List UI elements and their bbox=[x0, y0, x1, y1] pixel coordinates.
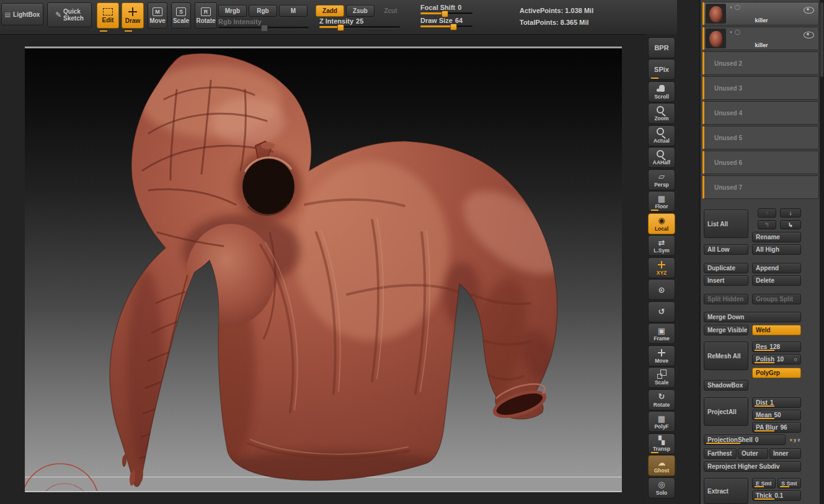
mrgb-button[interactable]: Mrgb bbox=[218, 5, 247, 17]
subtool-thumbnail bbox=[706, 29, 726, 48]
shelf-button[interactable]: Zoom bbox=[648, 103, 675, 124]
subtool-item[interactable]: ◐ ◯ Unused 5 bbox=[702, 126, 819, 149]
visibility-eye-icon[interactable] bbox=[804, 32, 814, 38]
mean-slider[interactable]: Mean50 bbox=[752, 410, 801, 420]
draw-size-slider[interactable]: Draw Size64 bbox=[420, 17, 472, 27]
m-button[interactable]: M bbox=[279, 5, 308, 17]
pa-blur-slider[interactable]: PA Blur96 bbox=[752, 422, 801, 433]
list-all-button[interactable]: List All bbox=[704, 210, 748, 238]
shelf-icon: ⊙ bbox=[655, 285, 668, 294]
all-low-button[interactable]: All Low bbox=[704, 244, 748, 255]
extract-button[interactable]: Extract bbox=[704, 478, 748, 504]
weld-button[interactable]: Weld bbox=[752, 325, 801, 335]
split-hidden-button[interactable]: Split Hidden bbox=[704, 294, 748, 304]
total-points-readout: TotalPoints: 8.365 Mil bbox=[520, 19, 589, 26]
shelf-button[interactable]: ↻ Rotate bbox=[648, 389, 675, 410]
inner-button[interactable]: Inner bbox=[769, 448, 801, 459]
polish-slider[interactable]: Polish10 ○ bbox=[752, 354, 801, 365]
shelf-icon bbox=[655, 128, 668, 138]
subtool-label: Unused 4 bbox=[714, 110, 742, 117]
polish-mode-icon[interactable]: ○ bbox=[794, 356, 797, 363]
projectall-button[interactable]: ProjectAll bbox=[704, 397, 748, 426]
subtool-item[interactable]: ◐ ◯ killer bbox=[702, 27, 819, 50]
shelf-button[interactable]: ▦ PolyF bbox=[648, 411, 675, 432]
shelf-button[interactable]: ⇄ L.Sym bbox=[648, 235, 675, 256]
groups-split-button[interactable]: Groups Split bbox=[752, 294, 801, 304]
shelf-button[interactable]: BPR bbox=[648, 37, 675, 58]
subtool-list: ◐ ◯ killer ◐ ◯ killer bbox=[702, 2, 819, 200]
uv-icon: ◯ bbox=[735, 4, 740, 10]
subtool-up-button[interactable]: ↑ bbox=[758, 208, 776, 218]
res-slider[interactable]: Res128 bbox=[752, 342, 801, 352]
duplicate-button[interactable]: Duplicate bbox=[704, 263, 748, 273]
edit-button[interactable]: Edit bbox=[97, 2, 119, 29]
visibility-eye-icon[interactable] bbox=[804, 7, 814, 14]
delete-button[interactable]: Delete bbox=[752, 275, 801, 286]
subtool-item[interactable]: ◐ ◯ Unused 3 bbox=[702, 76, 819, 100]
polygrp-button[interactable]: PolyGrp bbox=[752, 368, 801, 378]
shelf-button[interactable]: Move bbox=[648, 345, 675, 366]
z-intensity-slider[interactable]: Z Intensity25 bbox=[319, 17, 400, 28]
subtool-label: killer bbox=[755, 42, 768, 48]
shadowbox-button[interactable]: ShadowBox bbox=[704, 380, 748, 391]
panel-scrollbar[interactable] bbox=[820, 0, 824, 504]
reproject-higher-subdiv-button[interactable]: Reproject Higher Subdiv bbox=[704, 461, 801, 472]
shelf-button[interactable]: XYZ bbox=[648, 257, 675, 278]
shelf-button[interactable]: ☁ Ghost bbox=[648, 455, 675, 476]
append-button[interactable]: Append bbox=[752, 263, 801, 273]
draw-button[interactable]: Draw bbox=[122, 2, 144, 29]
subtool-item[interactable]: ◐ ◯ Unused 6 bbox=[702, 151, 819, 174]
polypaint-icon: ◐ bbox=[730, 4, 733, 10]
shelf-button[interactable]: SPix bbox=[648, 59, 675, 80]
remesh-all-button[interactable]: ReMesh All bbox=[704, 342, 748, 370]
focal-shift-slider[interactable]: Focal Shift0 bbox=[420, 4, 472, 14]
subtool-move-fwd-button[interactable]: ↳ bbox=[780, 220, 801, 229]
shelf-button[interactable]: ◉ Local bbox=[648, 213, 675, 234]
subtool-down-button[interactable]: ↓ bbox=[780, 208, 801, 218]
thick-slider[interactable]: Thick0.1 bbox=[752, 490, 801, 501]
outer-button[interactable]: Outer bbox=[738, 448, 768, 459]
rotate-button[interactable]: R Rotate bbox=[195, 2, 217, 29]
subtool-item[interactable]: ◐ ◯ Unused 7 bbox=[702, 175, 819, 199]
rgb-button[interactable]: Rgb bbox=[249, 5, 277, 17]
subtool-item[interactable]: ◐ ◯ Unused 2 bbox=[702, 51, 819, 75]
e-smt-slider[interactable]: E Smt bbox=[752, 478, 776, 489]
shelf-button[interactable]: ⊙ bbox=[648, 279, 675, 300]
shelf-button[interactable]: ▚ Transp bbox=[648, 433, 675, 454]
projection-axis-toggles[interactable]: xyz bbox=[788, 435, 802, 445]
rename-button[interactable]: Rename bbox=[752, 232, 801, 242]
subtool-item[interactable]: ◐ ◯ killer bbox=[702, 2, 819, 25]
shelf-button[interactable]: ◎ Solo bbox=[648, 477, 675, 498]
merge-visible-button[interactable]: Merge Visible bbox=[704, 325, 748, 335]
shelf-button[interactable]: ▱ Persp bbox=[648, 169, 675, 190]
subtool-item[interactable]: ◐ ◯ Unused 4 bbox=[702, 101, 819, 125]
shelf-button[interactable]: ▦ Floor bbox=[648, 191, 675, 212]
quick-sketch-button[interactable]: ✎ QuickSketch bbox=[47, 2, 92, 27]
shelf-icon bbox=[655, 149, 668, 159]
scale-button[interactable]: S Scale bbox=[171, 2, 191, 29]
active-points-readout: ActivePoints: 1.038 Mil bbox=[520, 7, 593, 14]
shelf-button[interactable]: Scroll bbox=[648, 81, 675, 102]
shelf-button[interactable]: ↺ bbox=[648, 301, 675, 322]
projectionshell-slider[interactable]: ProjectionShell0 bbox=[704, 435, 786, 445]
shelf-icon: ▦ bbox=[655, 413, 668, 423]
shelf-button[interactable]: Actual bbox=[648, 125, 675, 146]
lightbox-button[interactable]: ▤ LightBox bbox=[1, 3, 43, 25]
shelf-icon: ▣ bbox=[655, 325, 668, 335]
zcut-button[interactable]: Zcut bbox=[376, 5, 405, 17]
s-smt-slider[interactable]: S Smt bbox=[777, 478, 801, 489]
zadd-button[interactable]: Zadd bbox=[316, 5, 344, 17]
all-high-button[interactable]: All High bbox=[752, 244, 801, 255]
shelf-button[interactable]: ▣ Frame bbox=[648, 323, 675, 344]
insert-button[interactable]: Insert bbox=[704, 275, 748, 286]
merge-down-button[interactable]: Merge Down bbox=[704, 312, 801, 322]
rgb-intensity-slider[interactable]: Rgb Intensity bbox=[218, 18, 309, 29]
shelf-button[interactable]: Scale bbox=[648, 367, 675, 388]
zsub-button[interactable]: Zsub bbox=[346, 5, 374, 17]
shelf-button[interactable]: AAHalf bbox=[648, 147, 675, 168]
move-button[interactable]: M Move bbox=[148, 2, 167, 29]
dist-slider[interactable]: Dist1 bbox=[752, 397, 801, 408]
farthest-button[interactable]: Farthest bbox=[704, 448, 737, 459]
document-canvas[interactable] bbox=[25, 46, 622, 492]
subtool-move-back-button[interactable]: ↰ bbox=[758, 220, 776, 229]
